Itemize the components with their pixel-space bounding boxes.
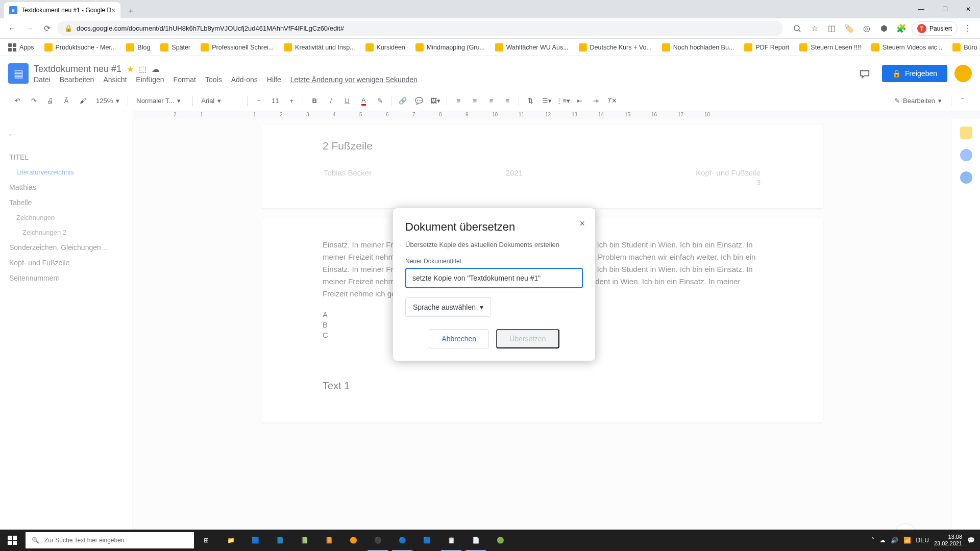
taskbar-app[interactable]: ⚫ [365, 530, 390, 551]
tray-cloud-icon[interactable]: ☁ [879, 537, 886, 544]
font-size-decrease[interactable]: − [252, 94, 266, 108]
decrease-indent-button[interactable]: ⇤ [572, 94, 586, 108]
bookmark-item[interactable]: Blog [123, 41, 153, 54]
translate-button[interactable]: Übersetzen [496, 329, 559, 348]
tray-clock[interactable]: 13:08 23.02.2021 [934, 534, 962, 547]
taskbar-powerpoint[interactable]: 📙 [316, 530, 341, 551]
taskbar-word[interactable]: 📘 [267, 530, 292, 551]
font-size-increase[interactable]: + [284, 94, 299, 108]
cloud-status-icon[interactable]: ☁ [152, 64, 160, 74]
extension-icon-4[interactable]: ⬢ [877, 21, 891, 36]
text-color-button[interactable]: A [356, 94, 371, 108]
bookmark-item[interactable]: Produktsuche - Mer... [41, 41, 119, 54]
star-icon[interactable]: ☆ [807, 21, 822, 36]
menu-format[interactable]: Format [174, 76, 196, 84]
comments-button[interactable] [854, 63, 875, 84]
document-title[interactable]: Textdokument neu #1 [34, 64, 121, 74]
font-select[interactable]: Arial ▾ [197, 95, 243, 107]
tray-wifi-icon[interactable]: 📶 [903, 537, 911, 544]
extensions-menu-icon[interactable]: 🧩 [894, 21, 909, 36]
increase-indent-button[interactable]: ⇥ [589, 94, 603, 108]
bold-button[interactable]: B [307, 94, 322, 108]
document-title-input[interactable] [405, 268, 583, 288]
bookmark-item[interactable]: Wahlfächer WU Aus... [492, 41, 572, 54]
taskbar-edge[interactable]: 🟦 [414, 530, 439, 551]
new-tab-button[interactable]: + [124, 4, 138, 18]
link-button[interactable]: 🔗 [396, 94, 410, 108]
language-select[interactable]: Sprache auswählen ▾ [405, 297, 491, 317]
maximize-button[interactable]: ☐ [933, 0, 957, 18]
taskbar-spotify[interactable]: 🟢 [488, 530, 512, 551]
taskbar-excel[interactable]: 📗 [292, 530, 316, 551]
bookmark-item[interactable]: Noch hochladen Bu... [659, 41, 738, 54]
bookmark-item[interactable]: Später [157, 41, 193, 54]
profile-paused-pill[interactable]: T Pausiert [912, 21, 958, 36]
taskbar-explorer[interactable]: 📁 [218, 530, 243, 551]
taskbar-app[interactable]: 🟦 [243, 530, 267, 551]
redo-button[interactable]: ↷ [27, 94, 41, 108]
menu-addons[interactable]: Add-ons [231, 76, 258, 84]
underline-button[interactable]: U [340, 94, 354, 108]
share-button[interactable]: 🔒 Freigeben [882, 65, 947, 82]
menu-insert[interactable]: Einfügen [136, 76, 164, 84]
zoom-select[interactable]: 125% ▾ [92, 95, 124, 107]
collapse-toolbar-button[interactable]: ˆ [955, 94, 970, 108]
taskbar-search[interactable]: 🔍 Zur Suche Text hier eingeben [26, 532, 194, 548]
taskbar-chrome[interactable]: 🔵 [390, 530, 414, 551]
extension-icon-3[interactable]: ◎ [860, 21, 874, 36]
bulleted-list-button[interactable]: ⋮≡▾ [556, 94, 570, 108]
zoom-icon[interactable] [790, 21, 804, 36]
bookmark-item[interactable]: Steuern Videos wic... [868, 41, 945, 54]
start-button[interactable] [0, 530, 24, 551]
bookmark-item[interactable]: Professionell Schrei... [198, 41, 277, 54]
notifications-icon[interactable]: 💬 [967, 537, 975, 544]
editing-mode-select[interactable]: ✎ Bearbeiten ▾ [889, 95, 947, 107]
menu-file[interactable]: Datei [34, 76, 51, 84]
back-button[interactable]: ← [5, 21, 19, 36]
minimize-button[interactable]: — [910, 0, 933, 18]
align-left-button[interactable]: ≡ [451, 94, 465, 108]
profile-avatar[interactable] [954, 65, 972, 82]
tray-language[interactable]: DEU [916, 537, 929, 544]
taskbar-app[interactable]: 🟠 [341, 530, 365, 551]
chrome-menu-icon[interactable]: ⋮ [961, 21, 975, 36]
highlight-button[interactable]: ✎ [373, 94, 387, 108]
image-button[interactable]: 🖼▾ [428, 94, 443, 108]
docs-logo-icon[interactable]: ▤ [8, 63, 29, 84]
comment-button[interactable]: 💬 [412, 94, 426, 108]
align-justify-button[interactable]: ≡ [500, 94, 514, 108]
bookmark-item[interactable]: PDF Report [741, 41, 792, 54]
apps-button[interactable]: Apps [5, 41, 37, 54]
undo-button[interactable]: ↶ [10, 94, 24, 108]
line-spacing-button[interactable]: ⇅ [523, 94, 537, 108]
star-icon[interactable]: ★ [127, 64, 134, 74]
move-icon[interactable]: ⬚ [139, 64, 146, 74]
browser-tab[interactable]: ≡ Textdokument neu #1 - Google D × [4, 2, 120, 18]
ruler[interactable]: 21123456789101112131415161718 [0, 111, 980, 119]
bookmark-item[interactable]: Deutsche Kurs + Vo... [576, 41, 655, 54]
bookmark-item[interactable]: Kreativität und Insp... [281, 41, 358, 54]
task-view-button[interactable]: ⊞ [194, 530, 218, 551]
taskbar-app[interactable]: 📋 [439, 530, 463, 551]
taskbar-app[interactable]: 📄 [463, 530, 488, 551]
font-size-value[interactable]: 11 [268, 94, 282, 108]
tray-volume-icon[interactable]: 🔊 [891, 537, 898, 544]
bookmark-item[interactable]: Steuern Lesen !!!! [796, 41, 864, 54]
bookmark-item[interactable]: Kursideen [362, 41, 408, 54]
bookmark-item[interactable]: Büro [949, 41, 980, 54]
close-dialog-button[interactable]: × [579, 218, 585, 229]
align-center-button[interactable]: ≡ [468, 94, 482, 108]
menu-view[interactable]: Ansicht [103, 76, 127, 84]
menu-tools[interactable]: Tools [205, 76, 222, 84]
extension-icon-1[interactable]: ◫ [825, 21, 839, 36]
cancel-button[interactable]: Abbrechen [429, 329, 489, 348]
align-right-button[interactable]: ≡ [484, 94, 498, 108]
forward-button[interactable]: → [22, 21, 37, 36]
bookmark-item[interactable]: Mindmapping (Gru... [412, 41, 488, 54]
menu-edit[interactable]: Bearbeiten [60, 76, 94, 84]
numbered-list-button[interactable]: ☰▾ [540, 94, 554, 108]
clear-formatting-button[interactable]: T✕ [605, 94, 619, 108]
menu-help[interactable]: Hilfe [267, 76, 281, 84]
tray-chevron-icon[interactable]: ˄ [871, 537, 874, 544]
paint-format-button[interactable]: 🖌 [76, 94, 90, 108]
